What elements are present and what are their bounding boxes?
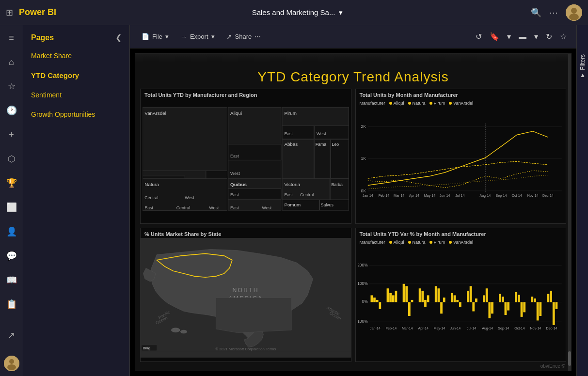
rail-recent-icon[interactable]: 🕐 — [4, 103, 19, 118]
svg-rect-98 — [386, 288, 389, 302]
rail-reports-icon[interactable]: 📋 — [4, 297, 19, 312]
svg-rect-141 — [555, 302, 557, 309]
svg-rect-94 — [370, 295, 373, 302]
rail-favorites-icon[interactable]: ☆ — [4, 78, 19, 94]
rail-chat-icon[interactable]: 💬 — [4, 248, 19, 264]
refresh-icon[interactable]: ↺ — [474, 30, 484, 43]
app-grid-icon[interactable]: ⊞ — [6, 7, 13, 18]
bookmark-icon[interactable]: 🔖 — [488, 30, 501, 43]
bar-legend-aliqui-dot — [389, 241, 392, 244]
user-avatar-rail[interactable] — [4, 356, 19, 371]
svg-rect-124 — [488, 302, 491, 318]
svg-rect-110 — [434, 286, 437, 302]
svg-text:Aliqui: Aliqui — [230, 110, 242, 116]
rail-workspace-icon[interactable]: ⬜ — [4, 200, 19, 215]
svg-rect-131 — [517, 295, 520, 302]
bar-legend-aliqui-text: Aliqui — [394, 240, 404, 245]
svg-point-76 — [180, 330, 187, 333]
export-button[interactable]: → Export ▾ — [176, 31, 219, 43]
rail-apps-icon[interactable]: ⬡ — [4, 151, 19, 167]
svg-rect-136 — [536, 302, 539, 321]
view-dropdown-icon[interactable]: ▾ — [532, 30, 540, 43]
rail-home-icon[interactable]: ⌂ — [4, 54, 19, 70]
svg-text:Oct-14: Oct-14 — [514, 327, 524, 330]
svg-text:100%: 100% — [358, 281, 368, 286]
line-chart-body: 2K 1K 0K — [356, 107, 566, 216]
more-options-icon[interactable]: ⋯ — [549, 7, 558, 18]
svg-text:Salvus: Salvus — [321, 203, 334, 207]
bookmark-dropdown-icon[interactable]: ▾ — [505, 30, 513, 43]
vertical-scrollbar[interactable] — [568, 54, 571, 371]
svg-text:Mar-14: Mar-14 — [401, 327, 412, 330]
svg-rect-138 — [547, 294, 549, 302]
rail-goals-icon[interactable]: 🏆 — [4, 175, 19, 191]
pages-header: Pages ❮ — [23, 25, 129, 46]
rail-learn-icon[interactable]: 📖 — [4, 272, 19, 288]
svg-text:Leo: Leo — [332, 142, 339, 147]
svg-rect-99 — [389, 293, 392, 302]
svg-rect-106 — [418, 288, 421, 302]
view-icon[interactable]: ▬ — [517, 31, 528, 43]
avatar[interactable] — [566, 4, 582, 21]
file-button[interactable]: 📄 File ▾ — [138, 31, 173, 42]
svg-text:Feb-14: Feb-14 — [378, 194, 389, 198]
svg-rect-117 — [459, 302, 461, 307]
page-item-market-share[interactable]: Market Share — [23, 46, 129, 65]
rail-create-icon[interactable]: + — [4, 127, 19, 142]
treemap-title: Total Units YTD by Manufacturer and Regi… — [141, 89, 351, 99]
svg-text:Pirum: Pirum — [284, 110, 297, 116]
svg-text:Jun-14: Jun-14 — [450, 327, 461, 330]
svg-rect-112 — [440, 302, 443, 314]
scroll-thumb[interactable] — [568, 351, 571, 366]
title-dropdown-icon[interactable]: ▾ — [339, 8, 343, 17]
canvas: YTD Category Trend Analysis Total Units … — [130, 48, 576, 376]
svg-text:Dec-14: Dec-14 — [546, 327, 557, 330]
svg-rect-111 — [437, 288, 440, 302]
svg-text:May-14: May-14 — [433, 327, 445, 330]
svg-text:West: West — [185, 195, 194, 200]
rail-people-icon[interactable]: 👤 — [4, 224, 19, 239]
app-logo: Power BI — [19, 7, 56, 17]
svg-rect-135 — [534, 298, 536, 302]
svg-rect-127 — [501, 297, 504, 302]
page-item-growth-opportunities[interactable]: Growth Opportunities — [23, 105, 129, 124]
map-container[interactable]: NORTH AMERICA Pacific Ocean Atlantic Oce… — [141, 238, 351, 358]
svg-text:1K: 1K — [361, 156, 366, 161]
svg-rect-133 — [523, 302, 525, 313]
page-item-ytd-category[interactable]: YTD Category — [23, 65, 129, 85]
share-icon: ↗ — [226, 33, 232, 41]
filters-button[interactable]: ▼ Filters — [579, 54, 586, 79]
share-label: Share — [235, 33, 252, 40]
content-toolbar: 📄 File ▾ → Export ▾ ↗ Share ⋯ ↺ 🔖 ▾ ▬ ▾ … — [130, 25, 576, 48]
brand-watermark: obviEnce © — [540, 363, 565, 369]
svg-text:Aug-14: Aug-14 — [482, 327, 493, 330]
legend-pirum-label: Pirum — [434, 101, 445, 106]
pages-title: Pages — [31, 33, 54, 42]
svg-text:May-14: May-14 — [424, 194, 435, 198]
reload-icon[interactable]: ↻ — [544, 30, 554, 43]
treemap-content: VanArsdel East Central West — [141, 99, 351, 222]
search-icon[interactable]: 🔍 — [531, 7, 541, 18]
share-button[interactable]: ↗ Share ⋯ — [222, 31, 265, 43]
bar-legend-pirum: Pirum — [429, 240, 445, 245]
favorite-icon[interactable]: ☆ — [558, 30, 569, 43]
svg-rect-120 — [472, 302, 475, 312]
rail-menu-icon[interactable]: ≡ — [4, 30, 19, 46]
bar-chart-title: Total Units YTD Var % by Month and Manuf… — [356, 228, 566, 238]
svg-rect-134 — [531, 297, 533, 302]
svg-text:West: West — [262, 205, 272, 210]
svg-point-75 — [171, 328, 180, 332]
export-icon: → — [180, 33, 187, 41]
treemap-svg: VanArsdel East Central West — [143, 100, 349, 220]
page-item-sentiment[interactable]: Sentiment — [23, 85, 129, 105]
bar-chart-body: 200% 100% 0% -100% — [356, 246, 566, 354]
line-chart-legend: Manufacturer Aliqui Natura — [356, 99, 566, 107]
svg-rect-105 — [411, 300, 413, 302]
svg-text:Jan-14: Jan-14 — [370, 327, 381, 330]
collapse-sidebar-button[interactable]: ❮ — [115, 33, 122, 42]
rail-expand-icon[interactable]: ↗ — [4, 328, 19, 343]
svg-rect-121 — [475, 298, 477, 302]
svg-text:Jul-14: Jul-14 — [466, 327, 476, 330]
svg-text:2K: 2K — [361, 124, 366, 129]
toolbar-right: ↺ 🔖 ▾ ▬ ▾ ↻ ☆ — [474, 30, 569, 43]
